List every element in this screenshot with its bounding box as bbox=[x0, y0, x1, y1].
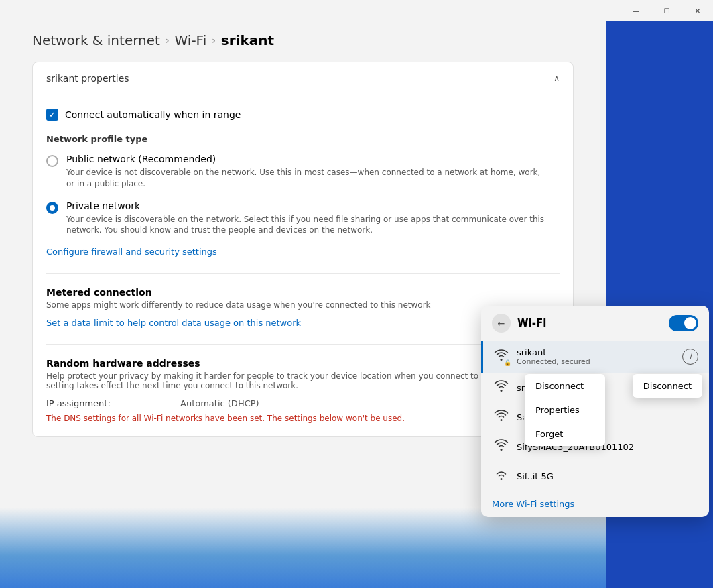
wifi-flyout-title: Wi-Fi bbox=[517, 317, 546, 329]
network-profile-label: Network profile type bbox=[46, 134, 560, 144]
wifi-network-sif5g-text: Sif..it 5G bbox=[517, 471, 698, 481]
auto-connect-row[interactable]: Connect automatically when in range bbox=[46, 109, 560, 121]
wifi-srikant-status: Connected, secured bbox=[517, 357, 674, 366]
auto-connect-checkbox[interactable] bbox=[46, 109, 58, 121]
wifi-header-left: ← Wi-Fi bbox=[492, 314, 546, 333]
disconnect-pill-button[interactable]: Disconnect bbox=[633, 374, 702, 398]
private-network-text: Private network Your device is discovera… bbox=[66, 200, 549, 237]
card-header[interactable]: srikant properties ∧ bbox=[33, 62, 573, 95]
chevron-up-icon: ∧ bbox=[554, 74, 560, 83]
wifi-network-srikant[interactable]: 🔒 srikant Connected, secured i Disconnec… bbox=[481, 341, 709, 373]
wifi-flyout-header: ← Wi-Fi bbox=[481, 306, 709, 341]
metered-title: Metered connection bbox=[46, 287, 560, 298]
breadcrumb-link-wifi[interactable]: Wi-Fi bbox=[175, 32, 207, 48]
wifi-signal-icon-sif5g bbox=[494, 468, 509, 484]
wifi-signal-icon-satyajit bbox=[494, 409, 509, 425]
public-network-option[interactable]: Public network (Recommended) Your device… bbox=[46, 154, 560, 190]
private-network-radio[interactable] bbox=[46, 202, 58, 214]
public-network-radio[interactable] bbox=[46, 155, 58, 167]
ip-key: IP assignment: bbox=[46, 398, 153, 408]
wifi-sif5g-name: Sif..it 5G bbox=[517, 471, 698, 481]
wifi-signal-icon-srikant: 🔒 bbox=[494, 349, 509, 365]
divider-1 bbox=[46, 273, 560, 274]
breadcrumb-sep-1: › bbox=[166, 35, 170, 46]
bottom-gradient bbox=[0, 508, 606, 588]
context-properties[interactable]: Properties bbox=[525, 398, 605, 422]
private-network-option[interactable]: Private network Your device is discovera… bbox=[46, 200, 560, 237]
auto-connect-label: Connect automatically when in range bbox=[65, 109, 241, 120]
wifi-more-settings-link[interactable]: More Wi-Fi settings bbox=[481, 491, 709, 517]
wifi-srikant-name: srikant bbox=[517, 347, 674, 357]
public-network-desc: Your device is not discoverable on the n… bbox=[66, 167, 549, 190]
public-network-text: Public network (Recommended) Your device… bbox=[66, 154, 549, 190]
minimize-button[interactable]: — bbox=[621, 0, 651, 21]
breadcrumb: Network & internet › Wi-Fi › srikant bbox=[0, 0, 606, 62]
maximize-button[interactable]: ☐ bbox=[651, 0, 682, 21]
breadcrumb-sep-2: › bbox=[212, 35, 216, 46]
public-network-title: Public network (Recommended) bbox=[66, 154, 549, 164]
wifi-signal-icon-sri bbox=[494, 379, 509, 396]
breadcrumb-current: srikant bbox=[221, 32, 274, 48]
wifi-back-button[interactable]: ← bbox=[492, 314, 511, 333]
ip-value: Automatic (DHCP) bbox=[180, 398, 259, 408]
context-menu: Disconnect Properties Forget bbox=[525, 374, 605, 446]
context-forget[interactable]: Forget bbox=[525, 422, 605, 446]
wifi-toggle[interactable] bbox=[669, 315, 698, 331]
wifi-flyout: ← Wi-Fi 🔒 srikant Connected, secured i D… bbox=[481, 306, 709, 517]
wifi-srikant-info-button[interactable]: i bbox=[682, 349, 698, 365]
close-button[interactable]: ✕ bbox=[682, 0, 713, 21]
breadcrumb-link-network[interactable]: Network & internet bbox=[32, 32, 160, 48]
private-network-desc: Your device is discoverable on the netwo… bbox=[66, 214, 549, 237]
private-network-title: Private network bbox=[66, 200, 549, 211]
wifi-network-sif5g[interactable]: Sif..it 5G bbox=[481, 461, 709, 491]
context-disconnect[interactable]: Disconnect bbox=[525, 374, 605, 398]
wifi-lock-icon: 🔒 bbox=[504, 359, 511, 366]
firewall-link[interactable]: Configure firewall and security settings bbox=[46, 247, 560, 257]
wifi-signal-icon-sify bbox=[494, 438, 509, 455]
wifi-network-srikant-text: srikant Connected, secured bbox=[517, 347, 674, 366]
card-header-title: srikant properties bbox=[46, 73, 129, 84]
